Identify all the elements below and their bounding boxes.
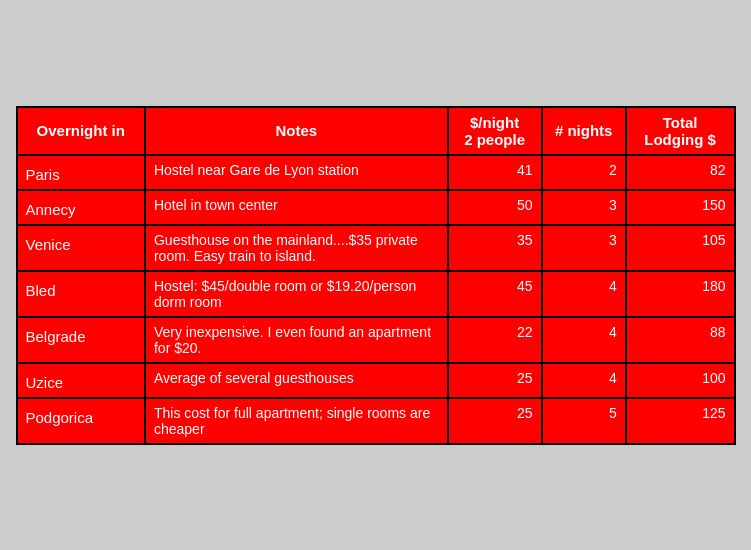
table-row: BledHostel: $45/double room or $19.20/pe… (17, 271, 735, 317)
lodging-table-wrapper: Overnight in Notes $/night2 people # nig… (16, 106, 736, 445)
table-row: ParisHostel near Gare de Lyon station412… (17, 155, 735, 190)
cell-total: 150 (626, 190, 735, 225)
header-total: TotalLodging $ (626, 107, 735, 155)
cell-overnight: Uzice (17, 363, 145, 398)
cell-notes: This cost for full apartment; single roo… (145, 398, 448, 444)
cell-notes: Hostel near Gare de Lyon station (145, 155, 448, 190)
cell-total: 100 (626, 363, 735, 398)
header-price: $/night2 people (448, 107, 542, 155)
cell-overnight: Bled (17, 271, 145, 317)
cell-price: 45 (448, 271, 542, 317)
cell-nights: 4 (542, 317, 626, 363)
cell-nights: 5 (542, 398, 626, 444)
cell-nights: 3 (542, 190, 626, 225)
cell-total: 105 (626, 225, 735, 271)
cell-price: 22 (448, 317, 542, 363)
cell-overnight: Belgrade (17, 317, 145, 363)
table-row: VeniceGuesthouse on the mainland....$35 … (17, 225, 735, 271)
cell-total: 82 (626, 155, 735, 190)
cell-notes: Hotel in town center (145, 190, 448, 225)
cell-price: 35 (448, 225, 542, 271)
cell-total: 180 (626, 271, 735, 317)
cell-nights: 3 (542, 225, 626, 271)
cell-nights: 2 (542, 155, 626, 190)
cell-overnight: Annecy (17, 190, 145, 225)
table-row: PodgoricaThis cost for full apartment; s… (17, 398, 735, 444)
header-overnight: Overnight in (17, 107, 145, 155)
cell-nights: 4 (542, 363, 626, 398)
cell-notes: Guesthouse on the mainland....$35 privat… (145, 225, 448, 271)
cell-price: 25 (448, 363, 542, 398)
cell-total: 88 (626, 317, 735, 363)
header-row: Overnight in Notes $/night2 people # nig… (17, 107, 735, 155)
cell-nights: 4 (542, 271, 626, 317)
lodging-table: Overnight in Notes $/night2 people # nig… (16, 106, 736, 445)
header-notes: Notes (145, 107, 448, 155)
cell-notes: Hostel: $45/double room or $19.20/person… (145, 271, 448, 317)
table-row: UziceAverage of several guesthouses25410… (17, 363, 735, 398)
cell-overnight: Paris (17, 155, 145, 190)
cell-price: 25 (448, 398, 542, 444)
cell-notes: Average of several guesthouses (145, 363, 448, 398)
cell-price: 41 (448, 155, 542, 190)
cell-total: 125 (626, 398, 735, 444)
header-nights: # nights (542, 107, 626, 155)
cell-notes: Very inexpensive. I even found an apartm… (145, 317, 448, 363)
cell-overnight: Venice (17, 225, 145, 271)
cell-price: 50 (448, 190, 542, 225)
table-row: AnnecyHotel in town center503150 (17, 190, 735, 225)
cell-overnight: Podgorica (17, 398, 145, 444)
table-row: BelgradeVery inexpensive. I even found a… (17, 317, 735, 363)
